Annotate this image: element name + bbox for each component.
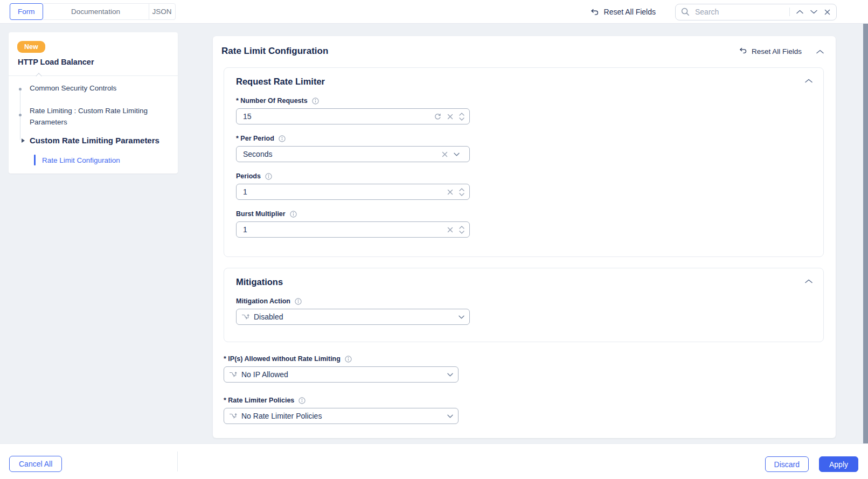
sidebar-item-custom-rate-limiting-parameters[interactable]: Custom Rate Limiting Parameters: [30, 136, 159, 145]
info-icon[interactable]: [290, 211, 297, 218]
section-title: Mitigations: [236, 277, 813, 287]
apply-button[interactable]: Apply: [819, 456, 858, 472]
chevron-down-icon: [447, 373, 453, 377]
panel-header-actions: Reset All Fields: [739, 47, 824, 56]
sidebar-title: HTTP Load Balancer: [18, 58, 94, 66]
footer-bar: Cancel All Discard Apply: [0, 443, 868, 479]
reset-all-fields-label: Reset All Fields: [604, 8, 656, 16]
info-icon[interactable]: [279, 135, 286, 142]
periods-field: Periods: [236, 172, 813, 200]
periods-input[interactable]: [237, 188, 447, 196]
caret-right-icon: [22, 138, 25, 143]
sidebar-item-rate-limiting[interactable]: Rate Limiting : Custom Rate Limiting Par…: [30, 105, 162, 128]
search-icon: [681, 8, 690, 16]
selected-value: No IP Allowed: [237, 370, 447, 379]
chevron-down-icon: [459, 315, 464, 319]
field-label: * IP(s) Allowed without Rate Limiting: [224, 355, 341, 363]
undo-icon: [590, 8, 599, 16]
info-icon[interactable]: [298, 397, 305, 404]
app-window: Form Documentation JSON Reset All Fields: [0, 0, 868, 479]
refresh-icon[interactable]: [434, 113, 441, 120]
search-box: [675, 4, 837, 20]
topbar: Form Documentation JSON Reset All Fields: [0, 0, 868, 24]
split-arrow-icon: [241, 313, 249, 321]
new-badge: New: [17, 41, 45, 53]
mitigation-action-field: Mitigation Action Disabled: [236, 297, 813, 325]
rate-limiter-policies-select[interactable]: No Rate Limiter Policies: [224, 408, 459, 424]
clear-icon[interactable]: [447, 114, 453, 120]
sidebar-item-common-security-controls[interactable]: Common Security Controls: [30, 84, 116, 92]
sidebar-item-rate-limit-configuration[interactable]: Rate Limit Configuration: [42, 156, 120, 164]
selected-value: No Rate Limiter Policies: [237, 412, 447, 420]
search-divider: [789, 8, 790, 16]
cancel-all-button[interactable]: Cancel All: [9, 456, 62, 472]
bullet-icon: [19, 88, 22, 91]
field-label: Periods: [236, 172, 261, 180]
active-item-indicator: [34, 155, 36, 165]
number-of-requests-field: * Number Of Requests: [236, 97, 813, 124]
burst-multiplier-input[interactable]: [237, 225, 447, 234]
field-label: * Per Period: [236, 135, 274, 142]
view-tabs: Form Documentation JSON: [10, 3, 176, 20]
info-icon[interactable]: [295, 298, 302, 305]
field-label: * Number Of Requests: [236, 97, 308, 105]
ips-allowed-select[interactable]: No IP Allowed: [224, 366, 459, 383]
burst-multiplier-input-wrap: [236, 221, 470, 238]
mitigation-action-select[interactable]: Disabled: [236, 309, 470, 325]
split-arrow-icon: [229, 412, 237, 420]
sidebar: New HTTP Load Balancer Common Security C…: [9, 32, 178, 173]
footer-divider: [177, 452, 178, 471]
split-arrow-icon: [229, 371, 237, 378]
panel-reset-all-fields-button[interactable]: Reset All Fields: [739, 47, 802, 56]
rate-limiter-policies-field: * Rate Limiter Policies No Rate Limiter …: [224, 397, 459, 424]
rate-limit-configuration-panel: Rate Limit Configuration Reset All Field…: [213, 36, 836, 438]
tab-documentation[interactable]: Documentation: [43, 3, 149, 20]
chevron-down-icon: [454, 152, 460, 156]
request-rate-limiter-section: Request Rate Limiter * Number Of Request…: [224, 67, 824, 257]
bullet-icon: [19, 114, 22, 116]
number-of-requests-input-wrap: [236, 108, 470, 124]
section-collapse-icon[interactable]: [805, 79, 813, 83]
divider-notch: [36, 73, 41, 79]
clear-icon[interactable]: [447, 227, 453, 233]
search-next-icon[interactable]: [810, 10, 817, 14]
sidebar-divider: [9, 75, 178, 76]
search-prev-icon[interactable]: [796, 10, 803, 14]
search-input[interactable]: [694, 7, 786, 17]
chevron-down-icon: [447, 414, 453, 418]
page-title: Rate Limit Configuration: [221, 46, 328, 57]
reset-all-fields-button[interactable]: Reset All Fields: [590, 8, 656, 16]
info-icon[interactable]: [265, 173, 272, 180]
tab-form[interactable]: Form: [10, 3, 43, 20]
discard-button[interactable]: Discard: [765, 456, 809, 472]
topbar-right: Reset All Fields: [590, 0, 837, 24]
mitigations-section: Mitigations Mitigation Action: [224, 268, 824, 342]
info-icon[interactable]: [312, 98, 319, 105]
number-of-requests-input[interactable]: [237, 112, 434, 121]
number-stepper-icon[interactable]: [459, 112, 464, 121]
burst-multiplier-field: Burst Multiplier: [236, 210, 813, 238]
section-collapse-icon[interactable]: [805, 279, 813, 283]
search-close-icon[interactable]: [824, 9, 830, 15]
number-stepper-icon[interactable]: [459, 225, 464, 234]
ips-allowed-field: * IP(s) Allowed without Rate Limiting No…: [224, 355, 459, 383]
undo-icon: [739, 47, 747, 56]
selected-value: Seconds: [237, 150, 442, 158]
clear-icon[interactable]: [447, 189, 453, 195]
vertical-scrollbar[interactable]: [863, 24, 868, 445]
info-icon[interactable]: [345, 356, 352, 363]
panel-collapse-icon[interactable]: [816, 50, 824, 54]
tab-json[interactable]: JSON: [149, 3, 176, 20]
field-label: Mitigation Action: [236, 297, 290, 305]
clear-icon[interactable]: [442, 151, 448, 157]
panel-reset-all-fields-label: Reset All Fields: [752, 47, 802, 55]
selected-value: Disabled: [249, 313, 459, 321]
section-title: Request Rate Limiter: [236, 77, 813, 87]
number-stepper-icon[interactable]: [459, 188, 464, 197]
field-label: Burst Multiplier: [236, 210, 286, 218]
field-label: * Rate Limiter Policies: [224, 397, 294, 404]
per-period-field: * Per Period Seconds: [236, 135, 813, 162]
periods-input-wrap: [236, 184, 470, 200]
per-period-select[interactable]: Seconds: [236, 146, 470, 162]
